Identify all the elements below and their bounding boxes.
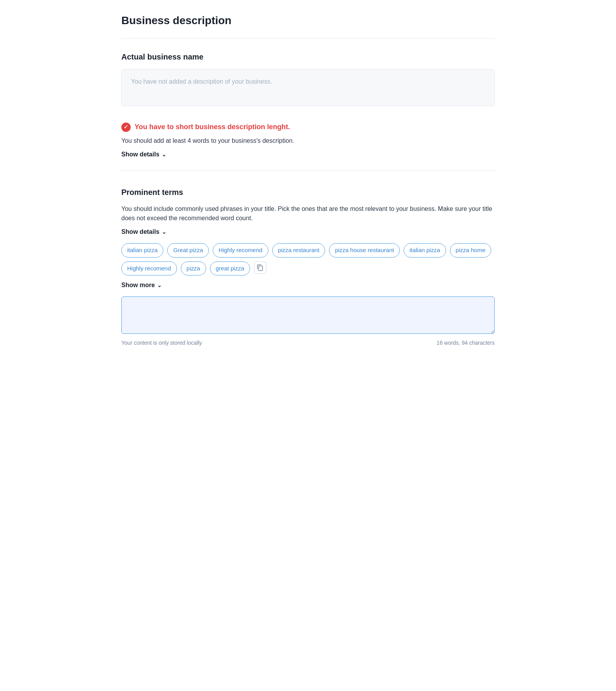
business-name-section: Actual business name You have not added … <box>121 51 495 106</box>
alert-header: You have to short business description l… <box>121 122 495 132</box>
chevron-down-icon-prominent: ⌄ <box>162 229 166 235</box>
show-details-label-prominent: Show details <box>121 228 159 235</box>
textarea-footer: Your content is only stored locally 16 w… <box>121 339 495 347</box>
show-details-button-alert[interactable]: Show details ⌄ <box>121 151 166 158</box>
chevron-down-icon: ⌄ <box>162 151 166 158</box>
show-details-button-prominent[interactable]: Show details ⌄ <box>121 228 166 235</box>
content-editor-wrapper: Your content is only stored locally 16 w… <box>121 296 495 347</box>
chevron-down-icon-more: ⌄ <box>157 282 162 288</box>
business-name-title: Actual business name <box>121 51 495 63</box>
tag-great-pizza[interactable]: Great pizza <box>167 243 209 258</box>
alert-icon <box>121 123 131 132</box>
alert-body: You should add at least 4 words to your … <box>121 136 495 146</box>
tag-pizza-house-restaurant[interactable]: pizza house restaurant <box>329 243 400 258</box>
prominent-terms-description: You should include commonly used phrases… <box>121 204 495 223</box>
tag-pizza[interactable]: pizza <box>181 261 206 276</box>
tag-italian-pizza-1[interactable]: italian pizza <box>121 243 163 258</box>
title-divider <box>121 38 495 39</box>
show-more-label: Show more <box>121 282 155 289</box>
prominent-terms-section: Prominent terms You should include commo… <box>121 186 495 347</box>
show-details-label-alert: Show details <box>121 151 159 158</box>
copy-icon <box>257 264 264 271</box>
word-count: 16 words, 94 characters <box>437 339 495 347</box>
tag-highly-recomend-2[interactable]: Highly recomend <box>121 261 177 276</box>
prominent-terms-title: Prominent terms <box>121 186 495 198</box>
tags-container: italian pizza Great pizza Highly recomen… <box>121 243 495 275</box>
alert-section: You have to short business description l… <box>121 122 495 171</box>
tag-great-pizza-2[interactable]: great pizza <box>210 261 250 276</box>
show-more-button[interactable]: Show more ⌄ <box>121 282 162 289</box>
page-title: Business description <box>121 12 495 29</box>
tag-italian-pizza-2[interactable]: italian pizza <box>404 243 446 258</box>
business-description-box: You have not added a description of your… <box>121 69 495 106</box>
tag-pizza-restaurant[interactable]: pizza restaurant <box>272 243 326 258</box>
local-storage-notice: Your content is only stored locally <box>121 339 202 347</box>
tag-pizza-home[interactable]: pizza home <box>450 243 492 258</box>
tag-highly-recomend-1[interactable]: Highly recomend <box>213 243 268 258</box>
copy-tags-button[interactable] <box>254 261 266 274</box>
content-textarea[interactable] <box>121 296 495 334</box>
alert-title: You have to short business description l… <box>135 122 290 132</box>
